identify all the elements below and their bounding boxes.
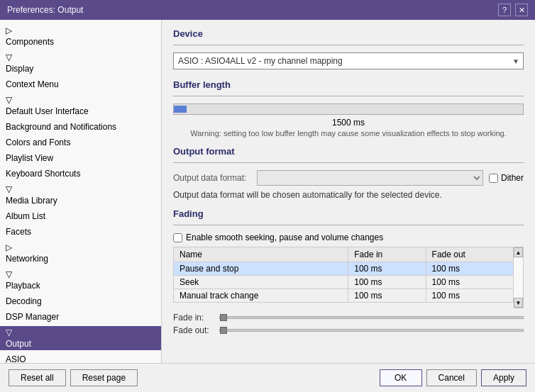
enable-fading-text: Enable smooth seeking, pause and volume … — [186, 233, 383, 242]
fading-divider — [173, 225, 524, 225]
window-title: Preferences: Output — [7, 5, 83, 15]
row-name: Manual track change — [174, 289, 348, 303]
table-row[interactable]: Pause and stop 100 ms 100 ms — [174, 262, 514, 276]
sidebar: ▷Components ▽Display Context Menu ▽Defau… — [0, 20, 162, 363]
fading-table: Name Fade in Fade out Pause and stop 100… — [173, 247, 514, 303]
main-content: ▷Components ▽Display Context Menu ▽Defau… — [0, 20, 535, 363]
row-fade-in: 100 ms — [348, 289, 426, 303]
row-fade-out: 100 ms — [426, 289, 513, 303]
reset-all-button[interactable]: Reset all — [9, 369, 66, 386]
title-bar-controls: ? ✕ — [498, 4, 528, 16]
fade-out-row: Fade out: — [173, 325, 524, 335]
fading-col-fade-out: Fade out — [426, 247, 513, 262]
buffer-warning: Warning: setting too low buffer length m… — [173, 129, 524, 138]
sidebar-item-components[interactable]: ▷Components — [0, 23, 161, 50]
output-format-note: Output data format will be chosen automa… — [173, 190, 524, 200]
sidebar-item-colors-fonts[interactable]: Colors and Fonts — [0, 135, 161, 150]
title-bar: Preferences: Output ? ✕ — [0, 0, 535, 20]
buffer-title: Buffer length — [173, 79, 524, 90]
fade-in-slider[interactable] — [219, 316, 524, 319]
table-row[interactable]: Manual track change 100 ms 100 ms — [174, 289, 514, 303]
sidebar-item-decoding[interactable]: Decoding — [0, 293, 161, 309]
sidebar-item-context-menu[interactable]: Context Menu — [0, 77, 161, 92]
enable-fading-label[interactable]: Enable smooth seeking, pause and volume … — [173, 233, 383, 242]
output-format-row: Output data format: Dither — [173, 170, 524, 186]
right-panel: Device ASIO : ASIO4ALL v2 - my channel m… — [162, 20, 535, 363]
output-format-section: Output data format: Dither Output data f… — [173, 170, 524, 200]
sidebar-item-output[interactable]: ▽Output — [0, 325, 161, 352]
sidebar-item-display[interactable]: ▽Display — [0, 50, 161, 77]
cancel-button[interactable]: Cancel — [426, 369, 477, 386]
buffer-section: 1500 ms Warning: setting too low buffer … — [173, 103, 524, 138]
fading-table-scrollbar: ▲ ▼ — [514, 247, 524, 308]
ok-button[interactable]: OK — [380, 369, 422, 386]
fade-in-label: Fade in: — [173, 313, 219, 323]
fade-in-row: Fade in: — [173, 313, 524, 323]
fading-section: Enable smooth seeking, pause and volume … — [173, 233, 524, 335]
fading-table-main: Name Fade in Fade out Pause and stop 100… — [173, 247, 514, 308]
reset-page-button[interactable]: Reset page — [70, 369, 138, 386]
scrollbar-down-icon[interactable]: ▼ — [514, 298, 523, 308]
sidebar-item-facets[interactable]: Facets — [0, 224, 161, 240]
sidebar-item-networking[interactable]: ▷Networking — [0, 240, 161, 267]
row-fade-in: 100 ms — [348, 262, 426, 276]
fading-title: Fading — [173, 208, 524, 219]
output-format-label: Output data format: — [173, 173, 251, 183]
sidebar-item-media-library[interactable]: ▽Media Library — [0, 181, 161, 208]
enable-fading-checkbox[interactable] — [173, 233, 182, 242]
sidebar-item-album-list[interactable]: Album List — [0, 208, 161, 224]
dither-checkbox[interactable] — [489, 174, 498, 183]
buffer-divider — [173, 96, 524, 96]
buffer-slider-fill — [174, 106, 187, 113]
fading-col-fade-in: Fade in — [348, 247, 426, 262]
help-button[interactable]: ? — [498, 4, 511, 16]
fade-out-slider[interactable] — [219, 329, 524, 332]
fade-in-thumb — [220, 314, 227, 321]
buffer-value: 1500 ms — [173, 118, 524, 128]
dither-label: Dither — [501, 173, 524, 183]
output-format-title: Output format — [173, 146, 524, 157]
sidebar-item-playlist-view[interactable]: Playlist View — [0, 150, 161, 166]
fading-table-wrapper: Name Fade in Fade out Pause and stop 100… — [173, 247, 524, 308]
sidebar-item-asio[interactable]: ASIO — [0, 352, 161, 363]
scrollbar-up-icon[interactable]: ▲ — [514, 247, 523, 257]
bottom-buttons: Reset all Reset page OK Cancel Apply — [0, 363, 535, 392]
row-name: Pause and stop — [174, 262, 348, 276]
sidebar-item-dsp-manager[interactable]: DSP Manager — [0, 309, 161, 325]
device-select-wrapper: ASIO : ASIO4ALL v2 - my channel mapping … — [173, 52, 524, 69]
device-select[interactable]: ASIO : ASIO4ALL v2 - my channel mapping — [173, 52, 524, 69]
sidebar-item-playback[interactable]: ▽Playback — [0, 267, 161, 293]
scrollbar-track — [514, 257, 523, 298]
table-row[interactable]: Seek 100 ms 100 ms — [174, 276, 514, 289]
sidebar-item-default-ui[interactable]: ▽Default User Interface — [0, 92, 161, 119]
fade-out-label: Fade out: — [173, 325, 219, 335]
row-name: Seek — [174, 276, 348, 289]
row-fade-out: 100 ms — [426, 262, 513, 276]
output-format-divider — [173, 162, 524, 163]
device-divider — [173, 45, 524, 45]
output-format-select[interactable] — [257, 170, 483, 186]
dither-row: Dither — [489, 173, 524, 183]
buffer-slider-track[interactable] — [173, 103, 524, 115]
fading-col-name: Name — [174, 247, 348, 262]
preferences-window: Preferences: Output ? ✕ ▷Components ▽Dis… — [0, 0, 535, 392]
device-title: Device — [173, 28, 524, 39]
sidebar-item-bg-notif[interactable]: Background and Notifications — [0, 119, 161, 135]
row-fade-out: 100 ms — [426, 276, 513, 289]
row-fade-in: 100 ms — [348, 276, 426, 289]
fade-out-thumb — [220, 327, 227, 334]
sidebar-item-keyboard-shortcuts[interactable]: Keyboard Shortcuts — [0, 166, 161, 181]
fading-header: Enable smooth seeking, pause and volume … — [173, 233, 524, 242]
close-button[interactable]: ✕ — [515, 4, 528, 16]
apply-button[interactable]: Apply — [481, 369, 526, 386]
